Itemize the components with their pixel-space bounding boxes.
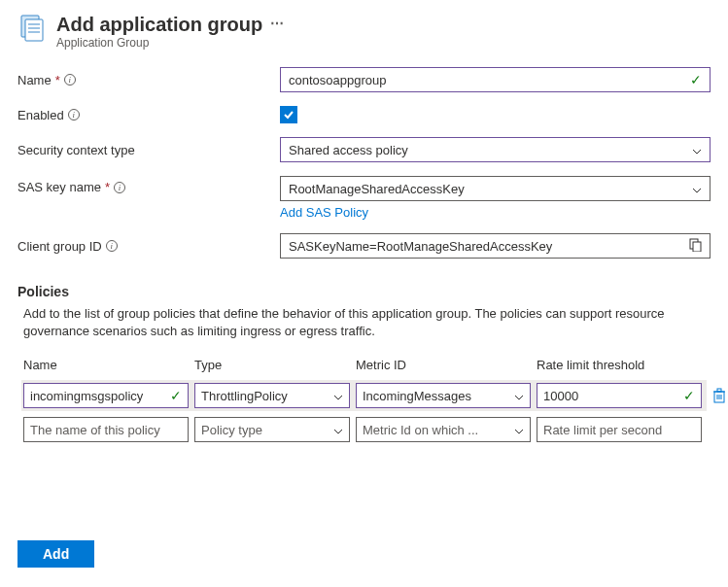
policy-name-input[interactable]: The name of this policy — [23, 417, 189, 442]
check-icon: ✓ — [683, 388, 695, 403]
chevron-down-icon — [692, 182, 702, 196]
delete-icon[interactable] — [708, 388, 728, 403]
enabled-checkbox[interactable] — [280, 106, 297, 123]
svg-rect-6 — [693, 242, 701, 252]
more-actions-icon[interactable]: ⋯ — [270, 17, 285, 31]
chevron-down-icon — [333, 389, 343, 403]
page-subtitle: Application Group — [56, 36, 285, 50]
policy-metric-select[interactable]: IncomingMessages — [356, 383, 531, 408]
sas-key-value: RootManageSharedAccessKey — [289, 182, 465, 196]
footer: Add — [17, 540, 94, 568]
security-context-value: Shared access policy — [289, 143, 408, 157]
required-indicator: * — [55, 73, 60, 87]
policies-title: Policies — [17, 284, 711, 299]
info-icon[interactable]: i — [106, 240, 118, 252]
chevron-down-icon — [514, 423, 524, 437]
check-icon: ✓ — [690, 72, 702, 87]
placeholder-text: Policy type — [201, 423, 262, 437]
policy-type-select[interactable]: ThrottlingPolicy — [194, 383, 350, 408]
add-button[interactable]: Add — [17, 540, 94, 568]
check-icon: ✓ — [170, 388, 182, 403]
sas-key-select[interactable]: RootManageSharedAccessKey — [280, 176, 711, 201]
policy-rate-input[interactable]: Rate limit per second — [537, 417, 702, 442]
name-input[interactable]: contosoappgroup ✓ — [280, 67, 711, 92]
name-input-value: contosoappgroup — [289, 73, 386, 87]
col-type: Type — [194, 358, 350, 372]
client-group-id-value: SASKeyName=RootManageSharedAccessKey — [289, 239, 552, 254]
page-header: Add application group ⋯ Application Grou… — [17, 14, 711, 50]
security-context-label: Security context type — [17, 143, 135, 157]
info-icon[interactable]: i — [64, 74, 76, 86]
svg-rect-12 — [717, 389, 721, 392]
policies-table: Name Type Metric ID Rate limit threshold… — [17, 358, 711, 442]
app-group-icon — [17, 14, 47, 43]
col-name: Name — [23, 358, 189, 372]
info-icon[interactable]: i — [114, 182, 125, 193]
info-icon[interactable]: i — [68, 109, 80, 121]
chevron-down-icon — [514, 389, 524, 403]
policy-name-input[interactable]: incomingmsgspolicy ✓ — [23, 383, 189, 408]
sas-key-label: SAS key name — [17, 180, 101, 194]
col-metric: Metric ID — [356, 358, 531, 372]
policy-type-select[interactable]: Policy type — [194, 417, 350, 442]
required-indicator: * — [105, 180, 110, 194]
enabled-label: Enabled — [17, 108, 64, 122]
table-row: incomingmsgspolicy ✓ ThrottlingPolicy In… — [21, 380, 707, 411]
table-row-placeholder: The name of this policy Policy type Metr… — [23, 417, 705, 442]
page-title: Add application group — [56, 14, 262, 35]
policy-rate-value: 10000 — [543, 389, 578, 403]
placeholder-text: Rate limit per second — [543, 423, 662, 437]
placeholder-text: Metric Id on which ... — [363, 423, 478, 437]
policies-section: Policies Add to the list of group polici… — [17, 284, 711, 442]
policies-description: Add to the list of group policies that d… — [17, 305, 711, 340]
svg-rect-1 — [25, 19, 43, 41]
policy-metric-value: IncomingMessages — [363, 389, 471, 403]
form-section: Name * i contosoappgroup ✓ Enabled i Sec… — [17, 67, 711, 259]
policy-type-value: ThrottlingPolicy — [201, 389, 288, 403]
table-header: Name Type Metric ID Rate limit threshold — [23, 358, 705, 372]
security-context-select[interactable]: Shared access policy — [280, 137, 711, 162]
client-group-id-field: SASKeyName=RootManageSharedAccessKey — [280, 233, 711, 259]
policy-rate-input[interactable]: 10000 ✓ — [537, 383, 702, 408]
name-label: Name — [17, 73, 52, 87]
client-group-id-label: Client group ID — [17, 239, 102, 254]
policy-metric-select[interactable]: Metric Id on which ... — [356, 417, 531, 442]
add-sas-policy-link[interactable]: Add SAS Policy — [280, 205, 368, 220]
chevron-down-icon — [333, 423, 343, 437]
placeholder-text: The name of this policy — [30, 423, 160, 437]
policy-name-value: incomingmsgspolicy — [30, 389, 143, 403]
col-rate: Rate limit threshold — [537, 358, 702, 372]
copy-icon[interactable] — [689, 238, 702, 255]
chevron-down-icon — [692, 143, 702, 157]
